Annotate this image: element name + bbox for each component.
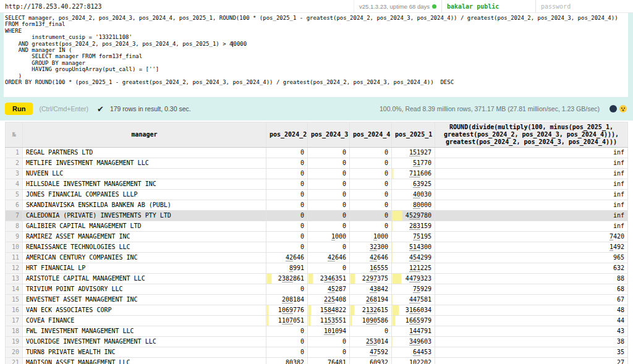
row-number-cell: 13	[6, 274, 23, 284]
round-cell: 88	[435, 274, 628, 284]
top-bar: v25.1.3.23, uptime 68 days	[0, 0, 633, 13]
manager-cell: REGAL PARTNERS LTD	[23, 148, 266, 158]
result-summary: 179 rows in result, 0.30 sec.	[110, 105, 191, 112]
manager-cell: VOLORIDGE INVESTMENT MANAGEMENT LLC	[23, 337, 266, 347]
value-cell: 268194	[350, 295, 392, 305]
value-cell: 1090586	[350, 316, 392, 326]
value-cell: 75929	[392, 284, 435, 295]
manager-cell: RAMIREZ ASSET MANAGEMENT INC	[23, 232, 266, 242]
value-cell: 2382861	[266, 274, 308, 284]
row-number-cell: 5	[6, 190, 23, 200]
value-cell: 2297375	[350, 274, 392, 284]
value-cell: 0	[308, 337, 350, 347]
manager-cell: ARISTOTLE CAPITAL MANAGEMENT LLC	[23, 274, 266, 284]
row-number-cell: 3	[6, 169, 23, 179]
column-header-pos-2025-1: pos_2025_1	[392, 122, 435, 148]
table-row: 12HRT FINANCIAL LP8991016555121225632	[6, 263, 628, 274]
table-row: 1REGAL PARTNERS LTD000151927inf	[6, 148, 628, 158]
table-row: 4HILLSDALE INVESTMENT MANAGEMENT INC0006…	[6, 179, 628, 190]
round-cell: inf	[435, 179, 628, 190]
value-cell: 0	[308, 221, 350, 232]
table-row: 13ARISTOTLE CAPITAL MANAGEMENT LLC238286…	[6, 274, 628, 284]
value-cell: 0	[266, 337, 308, 347]
value-cell: 0	[308, 169, 350, 179]
editor-zone: SELECT manager, pos_2024_2, pos_2024_3, …	[0, 13, 633, 97]
row-number-cell: 11	[6, 253, 23, 263]
value-cell: 349603	[392, 337, 435, 347]
run-bar: Run (Ctrl/Cmd+Enter) ✔ 179 rows in resul…	[0, 97, 633, 121]
dark-theme-icon[interactable]	[610, 105, 617, 112]
value-cell: 0	[266, 179, 308, 190]
value-cell: 60932	[350, 358, 392, 364]
column-header-pos-2024-2: pos_2024_2	[266, 122, 308, 148]
row-number-cell: 20	[6, 347, 23, 358]
value-cell: 3166034	[392, 305, 435, 316]
value-cell: 80382	[266, 358, 308, 364]
value-cell: 283159	[392, 221, 435, 232]
value-cell: 144791	[392, 326, 435, 337]
value-cell: 0	[350, 148, 392, 158]
value-cell: 2346351	[308, 274, 350, 284]
manager-cell: MADISON ASSET MANAGEMENT LLC	[23, 358, 266, 364]
value-cell: 1584822	[308, 305, 350, 316]
value-cell: 0	[308, 190, 350, 200]
round-cell: 27	[435, 358, 628, 364]
manager-cell: FWL INVESTMENT MANAGEMENT LLC	[23, 326, 266, 337]
value-cell: 0	[266, 284, 308, 295]
round-cell: 1492	[435, 242, 628, 253]
table-row: 20TURN8 PRIVATE WEALTH INC00475926445335	[6, 347, 628, 358]
round-cell: inf	[435, 148, 628, 158]
manager-cell: TRIVIUM POINT ADVISORY LLC	[23, 284, 266, 295]
round-cell: inf	[435, 211, 628, 221]
value-cell: 102202	[392, 358, 435, 364]
value-cell: 0	[266, 221, 308, 232]
value-cell: 0	[350, 158, 392, 169]
manager-cell: GALIBIER CAPITAL MANAGEMENT LTD	[23, 221, 266, 232]
query-editor[interactable]: SELECT manager, pos_2024_2, pos_2024_3, …	[4, 13, 628, 97]
row-number-cell: 8	[6, 221, 23, 232]
theme-toggles	[610, 105, 627, 112]
manager-cell: RENAISSANCE TECHNOLOGIES LLC	[23, 242, 266, 253]
value-cell: 0	[350, 211, 392, 221]
round-cell: 35	[435, 347, 628, 358]
value-cell: 121225	[392, 263, 435, 274]
value-cell: 4479323	[392, 274, 435, 284]
value-cell: 0	[266, 190, 308, 200]
value-cell: 0	[266, 347, 308, 358]
user-input[interactable]	[442, 3, 535, 10]
server-url-input[interactable]	[0, 0, 354, 12]
row-number-cell: 15	[6, 295, 23, 305]
password-input[interactable]	[536, 3, 633, 10]
value-cell: 43842	[350, 284, 392, 295]
column-header-manager: manager	[23, 122, 266, 148]
round-cell: inf	[435, 221, 628, 232]
value-cell: 151927	[392, 148, 435, 158]
results-area: № manager pos_2024_2 pos_2024_3 pos_2024…	[0, 121, 633, 364]
round-cell: 632	[435, 263, 628, 274]
value-cell: 0	[266, 232, 308, 242]
value-cell: 208184	[266, 295, 308, 305]
manager-cell: COVEA FINANCE	[23, 316, 266, 326]
value-cell: 1069776	[266, 305, 308, 316]
run-button[interactable]: Run	[5, 103, 33, 115]
table-row: 17COVEA FINANCE1107051115355110905861665…	[6, 316, 628, 326]
value-cell: 0	[266, 158, 308, 169]
value-cell: 0	[308, 179, 350, 190]
value-cell: 1665979	[392, 316, 435, 326]
value-cell: 0	[350, 190, 392, 200]
value-cell: 0	[308, 263, 350, 274]
table-row: 5JONES FINANCIAL COMPANIES LLLP00040030i…	[6, 190, 628, 200]
value-cell: 0	[350, 169, 392, 179]
row-number-cell: 1	[6, 148, 23, 158]
column-header-pos-2024-4: pos_2024_4	[350, 122, 392, 148]
table-row: 14TRIVIUM POINT ADVISORY LLC045287438427…	[6, 284, 628, 295]
row-number-cell: 14	[6, 284, 23, 295]
progress-summary: 100.0%, Read 8.39 million rows, 371.17 M…	[380, 105, 600, 112]
header-row: № manager pos_2024_2 pos_2024_3 pos_2024…	[6, 122, 628, 148]
row-number-cell: 9	[6, 232, 23, 242]
value-cell: 0	[308, 347, 350, 358]
value-cell: 711606	[392, 169, 435, 179]
table-row: 15ENVESTNET ASSET MANAGEMENT INC20818422…	[6, 295, 628, 305]
row-number-cell: 19	[6, 337, 23, 347]
light-theme-icon[interactable]	[619, 105, 627, 112]
